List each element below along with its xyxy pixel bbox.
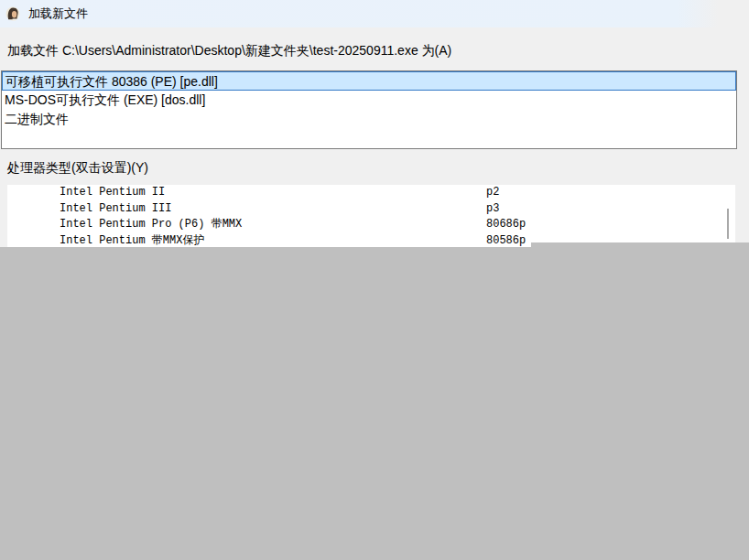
load-new-file-dialog: 加载新文件 加载文件 C:\Users\Administrator\Deskto… <box>0 0 749 247</box>
processor-id: 80686p <box>486 217 526 233</box>
processor-name: Intel Pentium 带MMX保护 <box>7 234 204 247</box>
loader-option-pe[interactable]: 可移植可执行文件 80386 (PE) [pe.dll] <box>2 71 736 91</box>
processor-type-label: 处理器类型(双击设置)(Y) <box>7 160 148 177</box>
unrendered-region <box>0 247 749 560</box>
table-scrollbar-thumb[interactable] <box>727 209 729 239</box>
processor-row-pentium2[interactable]: Intel Pentium II p2 <box>7 185 735 201</box>
loader-option-msdos[interactable]: MS-DOS可执行文件 (EXE) [dos.dll] <box>2 91 736 110</box>
processor-row-pentium3[interactable]: Intel Pentium III p3 <box>7 201 735 218</box>
processor-table: Intel Pentium II p2 Intel Pentium III p3… <box>7 185 735 247</box>
processor-name: Intel Pentium III <box>7 202 171 215</box>
loader-option-binary[interactable]: 二进制文件 <box>2 110 736 129</box>
load-file-path-label: 加载文件 C:\Users\Administrator\Desktop\新建文件… <box>7 43 451 59</box>
processor-row-pentiumpro-mmx[interactable]: Intel Pentium Pro (P6) 带MMX 80686p <box>7 217 735 233</box>
loader-listbox: 可移植可执行文件 80386 (PE) [pe.dll] MS-DOS可执行文件… <box>1 70 737 149</box>
app-icon <box>5 6 20 21</box>
window-title: 加载新文件 <box>28 5 88 22</box>
processor-id: p3 <box>486 201 499 218</box>
processor-id: p2 <box>486 185 499 201</box>
processor-id: 80586p <box>486 233 526 248</box>
processor-name: Intel Pentium II <box>7 186 165 199</box>
title-bar[interactable]: 加载新文件 <box>0 0 749 27</box>
processor-name: Intel Pentium Pro (P6) 带MMX <box>7 218 242 231</box>
